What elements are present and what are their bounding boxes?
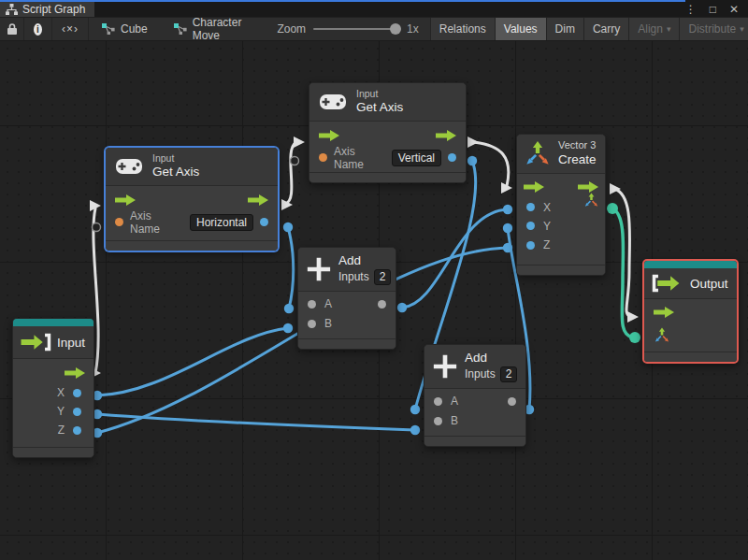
plus-icon bbox=[432, 353, 458, 380]
flow-in-port[interactable] bbox=[654, 307, 674, 318]
value-endpoint bbox=[410, 405, 420, 414]
lock-icon bbox=[7, 22, 18, 36]
vector3-result-output-port[interactable] bbox=[583, 193, 599, 208]
node-get-axis-horizontal[interactable]: Input Get Axis Axis Name Horizontal bbox=[105, 147, 279, 251]
breadcrumb-label: Character Move bbox=[193, 16, 242, 42]
value-endpoint bbox=[283, 223, 293, 232]
node-get-axis-vertical[interactable]: Input Get Axis Axis Name Vertical bbox=[309, 82, 467, 183]
window-close-icon[interactable]: ✕ bbox=[729, 4, 739, 15]
z-input-port[interactable] bbox=[526, 241, 535, 250]
graph-hierarchy-icon bbox=[6, 4, 18, 15]
y-output-port[interactable] bbox=[73, 408, 81, 416]
gamepad-icon bbox=[114, 157, 144, 176]
input-a-port[interactable] bbox=[434, 397, 442, 406]
window-maximize-icon[interactable]: □ bbox=[710, 4, 716, 15]
axis-name-field[interactable]: Horizontal bbox=[190, 214, 253, 231]
node-category: Input bbox=[152, 152, 199, 165]
flow-endpoint bbox=[627, 311, 639, 323]
sum-output-port[interactable] bbox=[508, 397, 516, 406]
node-footer bbox=[298, 338, 396, 349]
vector3-endpoint bbox=[629, 332, 640, 343]
x-input-port[interactable] bbox=[526, 203, 535, 211]
x-output-port[interactable] bbox=[73, 389, 81, 397]
toolbar-button-align[interactable]: Align ▾ bbox=[629, 18, 680, 40]
axis-name-input-port[interactable] bbox=[115, 218, 123, 226]
vector3-value-input-port[interactable] bbox=[654, 327, 670, 343]
toolbar-button-distribute[interactable]: Distribute ▾ bbox=[680, 18, 748, 40]
info-button[interactable]: i bbox=[24, 18, 52, 40]
toolbar-button-carry[interactable]: Carry bbox=[584, 18, 629, 40]
flow-out-port[interactable] bbox=[578, 181, 598, 193]
input-a-port[interactable] bbox=[308, 300, 316, 309]
button-label: Distribute bbox=[688, 22, 736, 36]
flow-out-port[interactable] bbox=[248, 194, 268, 206]
node-add-2[interactable]: Add Inputs 2 A B bbox=[424, 344, 526, 447]
flow-in-port[interactable] bbox=[319, 130, 339, 141]
node-input[interactable]: Input X Y Z bbox=[12, 318, 94, 458]
toolbar-button-dim[interactable]: Dim bbox=[547, 18, 584, 40]
graph-canvas[interactable]: Input Get Axis Axis Name Vertical bbox=[0, 41, 748, 560]
input-b-port[interactable] bbox=[434, 417, 442, 425]
wire-add1-to-vector3-x[interactable] bbox=[402, 209, 508, 308]
io-node-accent-strip bbox=[13, 319, 94, 326]
unconnected-port bbox=[291, 157, 299, 165]
wire-flow-getaxis-v-to-vector3[interactable] bbox=[473, 142, 509, 186]
node-title: Get Axis bbox=[152, 165, 199, 180]
port-label: X bbox=[57, 386, 65, 399]
flow-out-port[interactable] bbox=[436, 130, 456, 141]
zoom-slider-handle[interactable] bbox=[390, 23, 401, 35]
chevron-down-icon: ▾ bbox=[667, 24, 671, 34]
window-menu-icon[interactable]: ⋮ bbox=[685, 4, 697, 15]
node-footer bbox=[106, 240, 278, 251]
node-footer bbox=[644, 352, 737, 362]
button-label: Dim bbox=[555, 22, 575, 36]
toolbar-button-values[interactable]: Values bbox=[496, 18, 547, 40]
flow-out-port[interactable] bbox=[65, 367, 85, 379]
axis-name-input-port[interactable] bbox=[319, 153, 327, 162]
node-add-1[interactable]: Add Inputs 2 A B bbox=[297, 247, 396, 350]
wire-input-x-to-add1-b[interactable] bbox=[97, 328, 288, 395]
inputs-count-field[interactable]: 2 bbox=[374, 269, 392, 285]
port-label: Z bbox=[543, 238, 550, 251]
flow-endpoint bbox=[294, 136, 305, 148]
breadcrumb-label: Cube bbox=[121, 22, 148, 36]
io-node-accent-strip bbox=[644, 261, 737, 268]
lock-button[interactable] bbox=[0, 18, 24, 40]
info-icon: i bbox=[34, 23, 42, 36]
wire-flow-getaxis-h-to-getaxis-v[interactable] bbox=[285, 142, 296, 204]
vector3-endpoint bbox=[607, 203, 618, 214]
axis-name-field[interactable]: Vertical bbox=[392, 150, 441, 166]
input-arrow-icon bbox=[20, 332, 51, 352]
zoom-label: Zoom bbox=[277, 22, 306, 36]
value-output-port[interactable] bbox=[260, 218, 268, 226]
node-header: Add Inputs 2 bbox=[424, 345, 525, 389]
flow-in-port[interactable] bbox=[524, 181, 544, 193]
z-output-port[interactable] bbox=[73, 426, 81, 435]
toolbar-button-relations[interactable]: Relations bbox=[430, 18, 496, 40]
value-endpoint bbox=[503, 243, 512, 252]
value-endpoint bbox=[503, 205, 512, 214]
node-header: Output bbox=[644, 268, 737, 299]
value-endpoint bbox=[283, 323, 293, 333]
button-label: Align bbox=[638, 22, 663, 36]
inputs-count-field[interactable]: 2 bbox=[500, 366, 518, 382]
node-output[interactable]: Output bbox=[642, 259, 739, 364]
flow-in-port[interactable] bbox=[115, 194, 136, 206]
zoom-slider[interactable] bbox=[313, 28, 399, 30]
y-input-port[interactable] bbox=[526, 222, 535, 230]
output-arrow-icon bbox=[652, 273, 683, 294]
code-preview-button[interactable]: ‹×› bbox=[52, 18, 89, 40]
tab-script-graph[interactable]: Script Graph bbox=[0, 2, 94, 17]
node-vector3-create[interactable]: Vector 3 Create X Y bbox=[516, 134, 606, 276]
node-title: Add bbox=[338, 253, 391, 269]
sum-output-port[interactable] bbox=[378, 300, 386, 309]
breadcrumb-cube[interactable]: Cube bbox=[89, 18, 161, 40]
port-label: Axis Name bbox=[130, 209, 177, 236]
node-header: Add Inputs 2 bbox=[298, 248, 396, 292]
input-b-port[interactable] bbox=[308, 320, 316, 328]
value-output-port[interactable] bbox=[448, 153, 456, 162]
wire-getaxis-h-to-add1-a[interactable] bbox=[288, 227, 294, 309]
graph-node-icon bbox=[102, 23, 115, 35]
breadcrumb-character-move[interactable]: Character Move bbox=[161, 18, 255, 40]
window-controls: ⋮ □ ✕ bbox=[685, 2, 748, 17]
